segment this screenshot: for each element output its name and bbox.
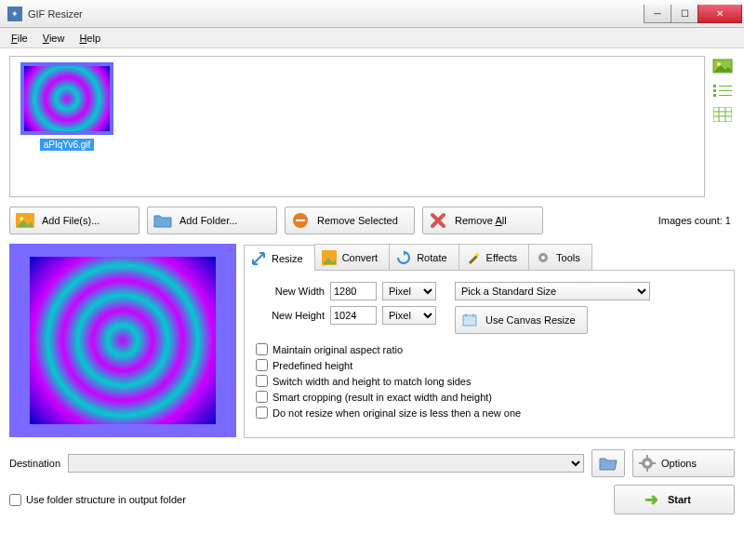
- chk-smart-cropping[interactable]: Smart cropping (result in exact width an…: [256, 391, 723, 403]
- start-label: Start: [668, 494, 691, 505]
- svg-rect-23: [646, 455, 648, 459]
- svg-rect-16: [296, 220, 305, 221]
- preview-pane: [9, 244, 236, 437]
- gear-icon: [639, 455, 656, 472]
- menu-view[interactable]: View: [35, 31, 73, 46]
- start-button[interactable]: ➜ Start: [614, 485, 735, 514]
- canvas-resize-button[interactable]: Use Canvas Resize: [455, 306, 588, 334]
- svg-point-19: [541, 256, 545, 260]
- chk-folder-structure[interactable]: Use folder structure in output folder: [9, 494, 186, 506]
- tab-resize[interactable]: Resize: [244, 245, 315, 271]
- tab-convert-label: Convert: [342, 252, 379, 263]
- tabstrip: Resize Convert Rotate Effects Tools: [244, 244, 735, 271]
- svg-rect-6: [713, 94, 716, 97]
- add-files-button[interactable]: Add File(s)...: [9, 207, 140, 234]
- remove-all-label: Remove All: [455, 215, 507, 226]
- add-files-label: Add File(s)...: [42, 215, 100, 226]
- svg-rect-4: [713, 89, 716, 92]
- svg-rect-2: [713, 85, 716, 87]
- tab-resize-label: Resize: [272, 253, 303, 264]
- view-thumbnails-icon[interactable]: [712, 58, 733, 74]
- svg-point-22: [645, 461, 650, 466]
- close-button[interactable]: ✕: [698, 5, 742, 23]
- svg-point-14: [20, 217, 23, 220]
- width-unit-select[interactable]: Pixel: [382, 282, 436, 300]
- tab-effects[interactable]: Effects: [458, 244, 529, 270]
- view-list-icon[interactable]: [712, 82, 733, 99]
- tab-tools-label: Tools: [556, 252, 580, 263]
- svg-rect-20: [463, 315, 476, 326]
- svg-rect-8: [713, 107, 732, 122]
- gear-icon: [535, 249, 551, 266]
- svg-rect-7: [719, 95, 732, 96]
- browse-destination-button[interactable]: [591, 449, 625, 477]
- window-title: GIF Resizer: [28, 8, 644, 20]
- chk-aspect-ratio[interactable]: Maintain original aspect ratio: [256, 343, 723, 355]
- start-arrow-icon: ➜: [644, 489, 658, 510]
- svg-rect-24: [646, 468, 648, 472]
- new-width-label: New Width: [256, 286, 325, 297]
- delete-icon: [429, 212, 447, 229]
- preview-image: [30, 257, 216, 424]
- add-folder-label: Add Folder...: [179, 215, 237, 226]
- options-button[interactable]: Options: [632, 449, 735, 477]
- menubar: File View Help: [0, 28, 744, 48]
- thumbnail-filename: aPIqYv6.gif: [40, 139, 95, 151]
- svg-rect-25: [639, 462, 643, 464]
- menu-file[interactable]: File: [4, 31, 35, 46]
- height-unit-select[interactable]: Pixel: [382, 306, 436, 325]
- convert-icon: [321, 249, 338, 266]
- destination-label: Destination: [9, 458, 60, 469]
- menu-help[interactable]: Help: [72, 31, 108, 46]
- remove-selected-button[interactable]: Remove Selected: [285, 207, 415, 234]
- resize-icon: [250, 250, 267, 267]
- canvas-icon: [461, 313, 478, 327]
- svg-rect-26: [652, 462, 656, 464]
- tab-tools[interactable]: Tools: [528, 244, 592, 270]
- remove-all-button[interactable]: Remove All: [422, 207, 543, 234]
- rotate-icon: [395, 249, 412, 266]
- tab-rotate[interactable]: Rotate: [389, 244, 458, 270]
- tab-convert[interactable]: Convert: [314, 244, 391, 270]
- chk-predefined-height[interactable]: Predefined height: [256, 359, 723, 371]
- app-icon: ✦: [7, 7, 22, 21]
- options-label: Options: [661, 458, 697, 469]
- remove-icon: [291, 212, 310, 229]
- add-folder-button[interactable]: Add Folder...: [147, 207, 277, 234]
- maximize-button[interactable]: ☐: [671, 5, 698, 23]
- tab-effects-label: Effects: [486, 252, 517, 263]
- width-input[interactable]: [330, 282, 377, 300]
- height-input[interactable]: [330, 306, 377, 325]
- view-grid-icon[interactable]: [712, 106, 733, 123]
- tab-rotate-label: Rotate: [417, 252, 446, 263]
- svg-point-1: [717, 62, 721, 66]
- thumbnail-item[interactable]: aPIqYv6.gif: [16, 62, 118, 151]
- svg-rect-5: [719, 90, 732, 91]
- remove-selected-label: Remove Selected: [317, 215, 398, 226]
- destination-select[interactable]: [68, 454, 584, 473]
- folder-open-icon: [598, 455, 618, 472]
- svg-rect-3: [719, 86, 732, 87]
- titlebar: ✦ GIF Resizer ─ ☐ ✕: [0, 0, 744, 28]
- thumbnail-gallery[interactable]: aPIqYv6.gif: [9, 56, 705, 197]
- chk-switch-sides[interactable]: Switch width and height to match long si…: [256, 375, 723, 387]
- canvas-resize-label: Use Canvas Resize: [485, 314, 576, 326]
- chk-no-resize-smaller[interactable]: Do not resize when original size is less…: [256, 407, 723, 419]
- folder-icon: [153, 212, 172, 229]
- tab-resize-body: New Width Pixel New Height Pixel Pick a: [244, 271, 735, 438]
- effects-icon: [465, 249, 482, 266]
- minimize-button[interactable]: ─: [644, 5, 671, 23]
- thumbnail-image: [20, 62, 113, 135]
- standard-size-select[interactable]: Pick a Standard Size: [455, 282, 650, 300]
- images-count: Images count: 1: [658, 215, 735, 226]
- new-height-label: New Height: [256, 310, 325, 321]
- image-icon: [16, 212, 34, 229]
